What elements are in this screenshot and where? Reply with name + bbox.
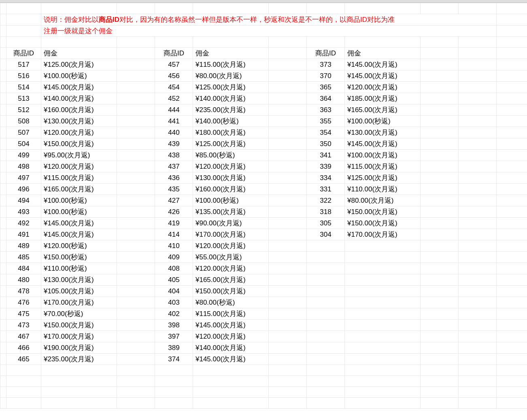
cell-id[interactable]: 439 bbox=[155, 138, 193, 150]
cell-id[interactable]: 404 bbox=[155, 286, 193, 297]
cell-id[interactable]: 476 bbox=[6, 297, 41, 308]
cell-id[interactable]: 491 bbox=[6, 229, 41, 240]
cell-commission[interactable] bbox=[345, 263, 421, 274]
cell-id[interactable]: 492 bbox=[6, 218, 41, 229]
cell-commission[interactable]: ¥130.00(次月返) bbox=[345, 127, 421, 138]
cell-commission[interactable]: ¥100.00(次月返) bbox=[345, 150, 421, 161]
cell-id[interactable]: 516 bbox=[6, 70, 41, 82]
cell-commission[interactable]: ¥145.00(次月返) bbox=[41, 229, 117, 240]
cell-commission[interactable]: ¥115.00(次月返) bbox=[193, 308, 269, 320]
cell-commission[interactable] bbox=[345, 252, 421, 263]
cell-id[interactable]: 440 bbox=[155, 127, 193, 138]
cell-id[interactable]: 436 bbox=[155, 172, 193, 184]
cell-id[interactable] bbox=[307, 263, 345, 274]
cell-commission[interactable]: ¥70.00(秒返) bbox=[41, 308, 117, 320]
cell-id[interactable]: 478 bbox=[6, 286, 41, 297]
cell-commission[interactable]: ¥80.00(次月返) bbox=[345, 195, 421, 206]
cell-commission[interactable]: ¥145.00(次月返) bbox=[193, 320, 269, 331]
cell-commission[interactable] bbox=[345, 331, 421, 342]
cell-id[interactable]: 512 bbox=[6, 104, 41, 116]
cell-id[interactable]: 405 bbox=[155, 274, 193, 286]
cell-id[interactable]: 454 bbox=[155, 82, 193, 93]
cell-id[interactable]: 457 bbox=[155, 59, 193, 70]
cell-id[interactable]: 466 bbox=[6, 342, 41, 354]
cell-id[interactable]: 473 bbox=[6, 320, 41, 331]
cell-id[interactable]: 304 bbox=[307, 229, 345, 240]
cell-id[interactable]: 452 bbox=[155, 93, 193, 104]
cell-id[interactable]: 397 bbox=[155, 331, 193, 342]
cell-id[interactable]: 498 bbox=[6, 161, 41, 172]
cell-id[interactable]: 441 bbox=[155, 116, 193, 127]
cell-id[interactable]: 489 bbox=[6, 240, 41, 252]
cell-commission[interactable]: ¥85.00(秒返) bbox=[193, 150, 269, 161]
cell-id[interactable]: 414 bbox=[155, 229, 193, 240]
cell-commission[interactable]: ¥140.00(秒返) bbox=[193, 116, 269, 127]
cell-id[interactable]: 484 bbox=[6, 263, 41, 274]
cell-commission[interactable]: ¥145.00(次月返) bbox=[345, 70, 421, 82]
cell-id[interactable]: 437 bbox=[155, 161, 193, 172]
cell-id[interactable]: 408 bbox=[155, 263, 193, 274]
cell-commission[interactable]: ¥170.00(次月返) bbox=[193, 229, 269, 240]
cell-id[interactable]: 354 bbox=[307, 127, 345, 138]
cell-commission[interactable]: ¥165.00(次月返) bbox=[41, 184, 117, 195]
cell-commission[interactable]: ¥100.00(秒返) bbox=[345, 116, 421, 127]
cell-commission[interactable]: ¥165.00(次月返) bbox=[193, 274, 269, 286]
cell-commission[interactable]: ¥95.00(次月返) bbox=[41, 150, 117, 161]
cell-id[interactable] bbox=[307, 252, 345, 263]
cell-commission[interactable]: ¥100.00(秒返) bbox=[41, 206, 117, 218]
cell-commission[interactable]: ¥170.00(次月返) bbox=[345, 229, 421, 240]
cell-commission[interactable]: ¥120.00(次月返) bbox=[41, 161, 117, 172]
cell-commission[interactable] bbox=[345, 320, 421, 331]
cell-id[interactable]: 426 bbox=[155, 206, 193, 218]
cell-id[interactable]: 438 bbox=[155, 150, 193, 161]
cell-commission[interactable]: ¥110.00(次月返) bbox=[345, 184, 421, 195]
cell-id[interactable]: 508 bbox=[6, 116, 41, 127]
cell-id[interactable]: 389 bbox=[155, 342, 193, 354]
cell-id[interactable]: 305 bbox=[307, 218, 345, 229]
cell-commission[interactable] bbox=[345, 274, 421, 286]
cell-commission[interactable]: ¥150.00(次月返) bbox=[41, 138, 117, 150]
cell-commission[interactable]: ¥130.00(次月返) bbox=[193, 172, 269, 184]
cell-commission[interactable] bbox=[345, 308, 421, 320]
cell-commission[interactable]: ¥145.00(次月返) bbox=[345, 138, 421, 150]
cell-commission[interactable]: ¥120.00(次月返) bbox=[41, 127, 117, 138]
cell-id[interactable]: 409 bbox=[155, 252, 193, 263]
cell-id[interactable]: 373 bbox=[307, 59, 345, 70]
cell-id[interactable]: 322 bbox=[307, 195, 345, 206]
cell-commission[interactable]: ¥110.00(秒返) bbox=[41, 263, 117, 274]
spreadsheet-grid[interactable]: 说明：佣金对比以商品ID对比，因为有的名称虽然一样但是版本不一样，秒返和次返是不… bbox=[0, 3, 527, 409]
cell-id[interactable]: 485 bbox=[6, 252, 41, 263]
cell-commission[interactable]: ¥150.00(次月返) bbox=[193, 286, 269, 297]
cell-commission[interactable]: ¥180.00(次月返) bbox=[193, 127, 269, 138]
cell-commission[interactable]: ¥145.00(次月返) bbox=[41, 82, 117, 93]
cell-commission[interactable]: ¥125.00(次月返) bbox=[193, 82, 269, 93]
cell-id[interactable] bbox=[307, 342, 345, 354]
cell-id[interactable]: 402 bbox=[155, 308, 193, 320]
cell-id[interactable] bbox=[307, 308, 345, 320]
cell-commission[interactable]: ¥150.00(秒返) bbox=[41, 252, 117, 263]
cell-id[interactable] bbox=[307, 354, 345, 365]
cell-id[interactable] bbox=[307, 286, 345, 297]
cell-commission[interactable]: ¥120.00(次月返) bbox=[193, 263, 269, 274]
cell-commission[interactable]: ¥55.00(次月返) bbox=[193, 252, 269, 263]
cell-commission[interactable]: ¥115.00(次月返) bbox=[345, 161, 421, 172]
cell-id[interactable]: 419 bbox=[155, 218, 193, 229]
cell-id[interactable]: 427 bbox=[155, 195, 193, 206]
spreadsheet-view[interactable]: 说明：佣金对比以商品ID对比，因为有的名称虽然一样但是版本不一样，秒返和次返是不… bbox=[0, 0, 527, 420]
cell-commission[interactable]: ¥130.00(次月返) bbox=[41, 116, 117, 127]
cell-id[interactable]: 497 bbox=[6, 172, 41, 184]
cell-commission[interactable]: ¥235.00(次月返) bbox=[193, 104, 269, 116]
cell-id[interactable]: 398 bbox=[155, 320, 193, 331]
cell-commission[interactable]: ¥235.00(次月返) bbox=[41, 354, 117, 365]
cell-commission[interactable]: ¥100.00(秒返) bbox=[41, 70, 117, 82]
cell-commission[interactable] bbox=[345, 286, 421, 297]
cell-commission[interactable]: ¥150.00(次月返) bbox=[41, 320, 117, 331]
cell-id[interactable] bbox=[307, 320, 345, 331]
cell-id[interactable]: 507 bbox=[6, 127, 41, 138]
cell-commission[interactable]: ¥185.00(次月返) bbox=[345, 93, 421, 104]
cell-commission[interactable]: ¥140.00(次月返) bbox=[193, 93, 269, 104]
cell-commission[interactable] bbox=[345, 354, 421, 365]
cell-commission[interactable]: ¥145.00(次月返) bbox=[193, 354, 269, 365]
cell-commission[interactable]: ¥170.00(次月返) bbox=[41, 297, 117, 308]
cell-commission[interactable]: ¥140.00(次月返) bbox=[41, 93, 117, 104]
